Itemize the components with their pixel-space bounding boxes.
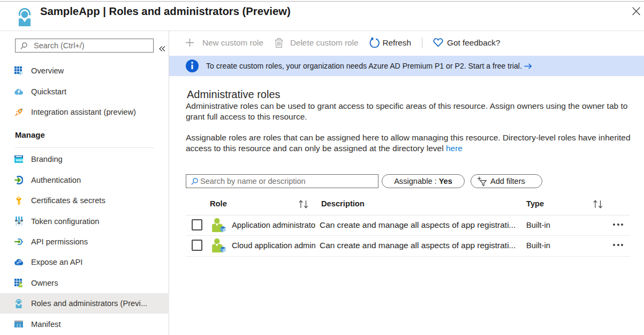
- svg-text:{ }: { }: [17, 323, 21, 327]
- svg-text:WWW: WWW: [16, 159, 24, 162]
